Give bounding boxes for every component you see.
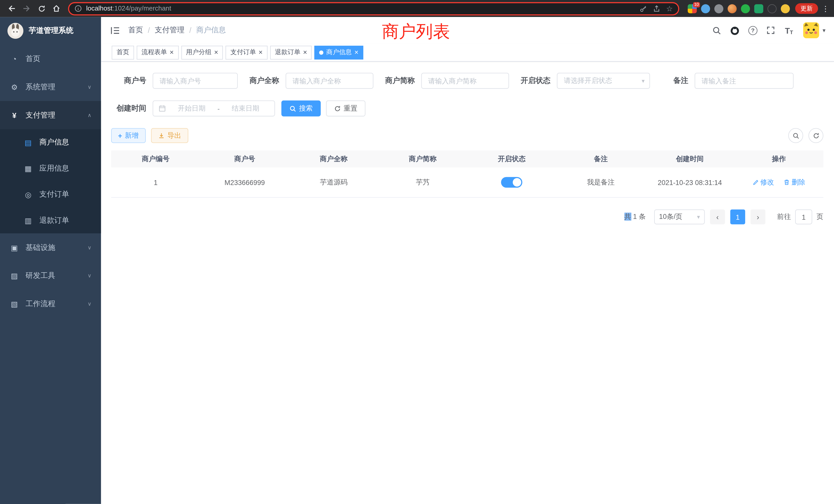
extension-green-check-icon[interactable] <box>741 4 750 13</box>
fullscreen-button[interactable] <box>764 23 778 37</box>
yen-icon <box>9 111 19 119</box>
add-button[interactable]: 新增 <box>111 128 146 143</box>
user-menu[interactable] <box>804 22 826 38</box>
tab-process-form[interactable]: 流程表单 <box>137 45 178 59</box>
forward-button[interactable] <box>19 1 34 16</box>
page-1-button[interactable]: 1 <box>730 209 745 224</box>
full-name-label: 商户全称 <box>249 76 279 86</box>
sidebar-item-home[interactable]: 首页 <box>0 45 101 73</box>
delete-button[interactable]: 删除 <box>784 178 805 187</box>
sidebar-item-system[interactable]: 系统管理 <box>0 73 101 101</box>
download-icon <box>158 132 164 139</box>
search-button[interactable]: 搜索 <box>281 100 321 116</box>
sidebar-item-app-info[interactable]: 应用信息 <box>0 155 101 181</box>
page-size-select[interactable]: 10条/页 <box>654 209 705 224</box>
tab-refund-order[interactable]: 退款订单 <box>270 45 312 59</box>
create-time-range-picker[interactable]: 开始日期 - 结束日期 <box>153 100 275 116</box>
sidebar-item-payment[interactable]: 支付管理 <box>0 101 101 129</box>
page-annotation: 商户列表 <box>382 20 450 44</box>
share-icon[interactable] <box>653 5 661 13</box>
goto-prefix: 前往 <box>777 212 791 222</box>
export-button-label: 导出 <box>168 131 181 140</box>
toolbar-right <box>788 128 824 143</box>
tab-label: 用户分组 <box>186 48 211 57</box>
sidebar-item-refund-order[interactable]: 退款订单 <box>0 207 101 233</box>
reload-button[interactable] <box>34 1 49 16</box>
sidebar-item-merchant-info[interactable]: 商户信息 <box>0 129 101 155</box>
export-button[interactable]: 导出 <box>151 128 188 143</box>
sidebar-menu: 首页 系统管理 支付管理 商户信息 <box>0 45 101 318</box>
bookmark-star-icon[interactable]: ☆ <box>666 5 673 12</box>
font-size-button[interactable] <box>782 23 796 37</box>
sidebar-item-devtools[interactable]: 研发工具 <box>0 261 101 290</box>
short-name-input[interactable] <box>421 73 509 89</box>
close-icon[interactable] <box>214 49 218 56</box>
back-button[interactable] <box>4 1 19 16</box>
address-bar[interactable]: localhost:1024/pay/merchant ☆ <box>68 2 679 15</box>
help-button[interactable] <box>746 23 760 37</box>
next-page-button[interactable]: › <box>750 209 765 224</box>
github-button[interactable] <box>728 23 742 37</box>
breadcrumb-separator <box>143 26 155 35</box>
site-info-icon[interactable] <box>74 5 82 12</box>
sidebar-item-pay-order[interactable]: 支付订单 <box>0 181 101 207</box>
col-short-name: 商户简称 <box>378 154 467 164</box>
breadcrumb-home[interactable]: 首页 <box>128 25 143 35</box>
show-search-toggle-button[interactable] <box>788 128 803 143</box>
close-icon[interactable] <box>259 49 263 56</box>
update-button[interactable]: 更新 <box>795 3 818 14</box>
home-button[interactable] <box>49 1 64 16</box>
screen: localhost:1024/pay/merchant ☆ 10 更新 ⋮ <box>0 0 834 504</box>
extension-drop-icon[interactable] <box>701 4 710 13</box>
tab-pay-order[interactable]: 支付订单 <box>226 45 267 59</box>
close-icon[interactable] <box>303 49 307 56</box>
close-icon[interactable] <box>170 49 174 56</box>
sidebar-toggle[interactable] <box>111 26 120 35</box>
extension-tabs-icon[interactable]: 10 <box>688 4 697 13</box>
toolbox-icon <box>9 271 19 280</box>
col-actions: 操作 <box>734 154 824 164</box>
sidebar: 芋道管理系统 首页 系统管理 支付管理 <box>0 17 101 504</box>
tab-label: 支付订单 <box>230 48 256 57</box>
remark-label: 备注 <box>673 76 688 86</box>
tab-home[interactable]: 首页 <box>112 45 134 59</box>
breadcrumb-payment[interactable]: 支付管理 <box>155 25 184 35</box>
reset-button[interactable]: 重置 <box>326 100 366 116</box>
col-remark: 备注 <box>556 154 645 164</box>
page-size-value: 10条/页 <box>659 212 682 222</box>
tab-label: 流程表单 <box>141 48 167 57</box>
search-icon <box>792 132 799 139</box>
merchant-no-input[interactable] <box>153 73 238 89</box>
prev-page-button[interactable]: ‹ <box>710 209 725 224</box>
full-name-input[interactable] <box>286 73 373 89</box>
edit-button[interactable]: 修改 <box>752 178 774 187</box>
extension-gray-icon[interactable] <box>714 4 723 13</box>
tab-merchant-info[interactable]: 商户信息 <box>314 45 363 59</box>
extension-avatar-icon[interactable] <box>728 4 737 13</box>
breadcrumb: 首页 支付管理 商户信息 <box>128 25 226 35</box>
sidebar-item-label: 系统管理 <box>25 82 55 92</box>
status-toggle[interactable] <box>501 177 523 188</box>
header-search-button[interactable] <box>710 23 724 37</box>
col-merchant-id: 商户编号 <box>111 154 200 164</box>
password-key-icon[interactable] <box>640 5 648 13</box>
goto-page-input[interactable] <box>795 209 812 224</box>
tab-user-group[interactable]: 用户分组 <box>181 45 223 59</box>
sidebar-item-infrastructure[interactable]: 基础设施 <box>0 233 101 261</box>
extension-smiley-icon[interactable] <box>781 4 790 13</box>
close-icon[interactable] <box>354 49 358 56</box>
cell-remark: 我是备注 <box>556 178 645 187</box>
status-select[interactable]: 请选择开启状态 <box>557 73 650 89</box>
trash-icon <box>784 179 790 186</box>
sidebar-item-label: 基础设施 <box>25 243 55 252</box>
col-full-name: 商户全称 <box>289 154 378 164</box>
fullscreen-icon <box>767 26 775 35</box>
search-icon <box>712 26 721 35</box>
sidebar-item-workflow[interactable]: 工作流程 <box>0 290 101 318</box>
remark-input[interactable] <box>695 73 793 89</box>
extension-green-doc-icon[interactable] <box>754 4 763 13</box>
refresh-table-button[interactable] <box>809 128 824 143</box>
browser-menu-button[interactable]: ⋮ <box>821 4 830 13</box>
extension-dark-icon[interactable] <box>768 4 776 13</box>
app-logo[interactable]: 芋道管理系统 <box>0 17 101 45</box>
